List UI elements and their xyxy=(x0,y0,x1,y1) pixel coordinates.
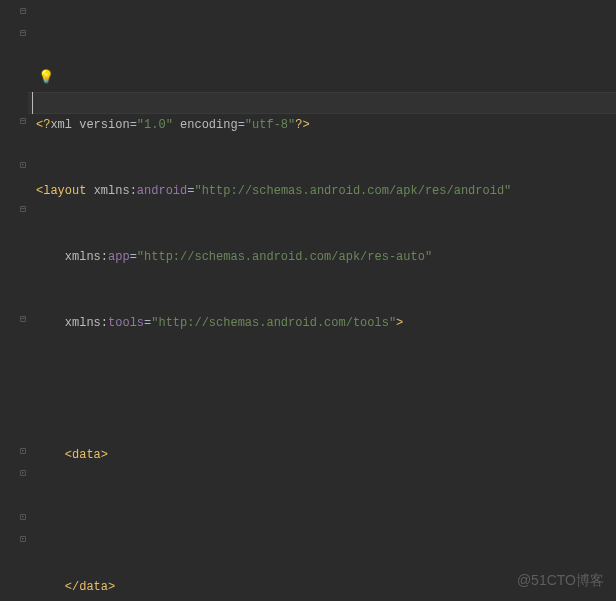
code-line[interactable]: <?xml version="1.0" encoding="utf-8"?> xyxy=(36,114,616,136)
text-cursor xyxy=(32,92,33,114)
fold-icon[interactable]: ⊟ xyxy=(18,29,28,39)
code-line[interactable]: <data> xyxy=(36,444,616,466)
code-line[interactable]: xmlns:app="http://schemas.android.com/ap… xyxy=(36,246,616,268)
fold-icon[interactable]: ⊡ xyxy=(18,469,28,479)
code-line[interactable]: <layout xmlns:android="http://schemas.an… xyxy=(36,180,616,202)
fold-icon[interactable]: ⊟ xyxy=(18,315,28,325)
code-line[interactable]: xmlns:tools="http://schemas.android.com/… xyxy=(36,312,616,334)
code-line[interactable] xyxy=(36,510,616,532)
code-area[interactable]: <?xml version="1.0" encoding="utf-8"?> <… xyxy=(32,0,616,601)
code-line[interactable] xyxy=(36,378,616,400)
editor-gutter: ⊟ ⊟ ⊟ ⊡ ⊟ ⊟ ⊡ ⊡ ⊡ ⊡ xyxy=(0,0,32,601)
fold-icon[interactable]: ⊡ xyxy=(18,161,28,171)
fold-icon[interactable]: ⊟ xyxy=(18,205,28,215)
fold-icon[interactable]: ⊟ xyxy=(18,117,28,127)
fold-icon[interactable]: ⊡ xyxy=(18,513,28,523)
fold-icon[interactable]: ⊡ xyxy=(18,447,28,457)
code-editor[interactable]: ⊟ ⊟ ⊟ ⊡ ⊟ ⊟ ⊡ ⊡ ⊡ ⊡ 💡 <?xml version="1.0… xyxy=(0,0,616,601)
fold-icon[interactable]: ⊟ xyxy=(18,7,28,17)
watermark-text: @51CTO博客 xyxy=(517,569,604,591)
fold-icon[interactable]: ⊡ xyxy=(18,535,28,545)
current-line-highlight xyxy=(28,92,616,114)
